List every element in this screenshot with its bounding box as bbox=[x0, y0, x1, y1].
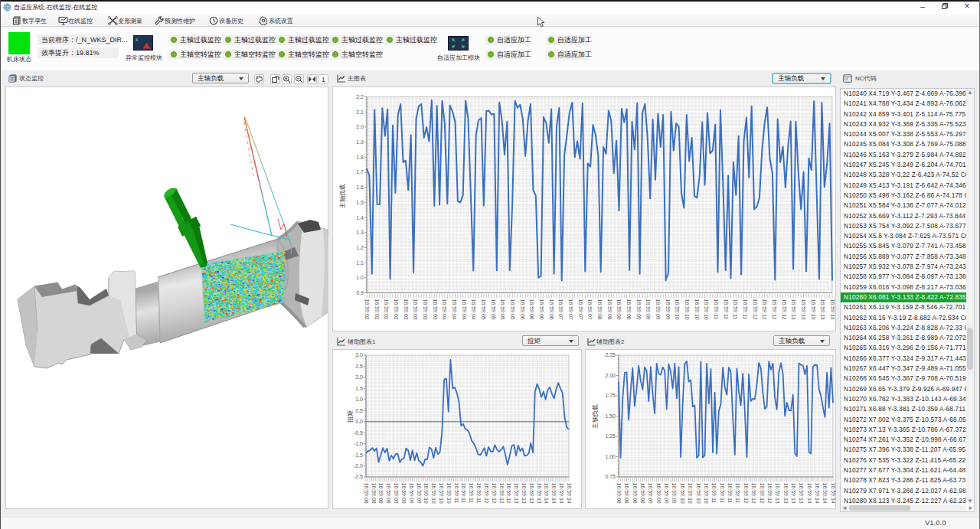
svg-text:16:59:03: 16:59:03 bbox=[413, 299, 418, 320]
svg-text:16:59:09: 16:59:09 bbox=[416, 483, 422, 504]
svg-text:2.25: 2.25 bbox=[605, 352, 616, 358]
svg-text:16:59:02: 16:59:02 bbox=[394, 299, 399, 320]
svg-text:16:59:14: 16:59:14 bbox=[551, 483, 557, 504]
svg-text:1.4: 1.4 bbox=[356, 215, 364, 220]
svg-text:16:59:13: 16:59:13 bbox=[521, 483, 527, 504]
svg-text:16:59:11: 16:59:11 bbox=[727, 483, 733, 504]
svg-text:16:59:11: 16:59:11 bbox=[733, 299, 738, 320]
svg-text:16:59:06: 16:59:06 bbox=[520, 299, 525, 320]
svg-text:16:59:08: 16:59:08 bbox=[626, 299, 632, 320]
svg-text:16:59:12: 16:59:12 bbox=[506, 483, 511, 504]
svg-text:16:59:11: 16:59:11 bbox=[724, 299, 729, 320]
svg-text:16:59:10: 16:59:10 bbox=[431, 483, 436, 504]
svg-text:16:59:04: 16:59:04 bbox=[452, 299, 457, 320]
svg-text:2.00: 2.00 bbox=[605, 373, 616, 378]
svg-text:16:59:10: 16:59:10 bbox=[684, 299, 690, 320]
svg-text:16:59:13: 16:59:13 bbox=[801, 299, 806, 320]
svg-text:1.9: 1.9 bbox=[356, 139, 364, 145]
svg-text:16:59:08: 16:59:08 bbox=[640, 483, 645, 504]
svg-text:1.5: 1.5 bbox=[356, 200, 364, 205]
svg-text:16:59:10: 16:59:10 bbox=[446, 483, 452, 504]
svg-text:16:59:03: 16:59:03 bbox=[423, 299, 428, 320]
svg-text:16:59:10: 16:59:10 bbox=[696, 483, 701, 504]
svg-text:16:59:09: 16:59:09 bbox=[636, 299, 642, 320]
svg-text:16:59:10: 16:59:10 bbox=[688, 483, 693, 504]
svg-text:2.1: 2.1 bbox=[356, 109, 364, 115]
svg-text:16:59:09: 16:59:09 bbox=[665, 299, 671, 320]
svg-text:16:59:09: 16:59:09 bbox=[671, 483, 677, 504]
svg-text:16:59:09: 16:59:09 bbox=[401, 483, 407, 504]
svg-text:0.75: 0.75 bbox=[605, 474, 616, 479]
svg-text:16:59:14: 16:59:14 bbox=[567, 483, 572, 504]
svg-text:1.25: 1.25 bbox=[605, 433, 616, 439]
svg-text:16:59:08: 16:59:08 bbox=[632, 483, 638, 504]
svg-text:16:59:13: 16:59:13 bbox=[514, 483, 519, 504]
svg-text:1.75: 1.75 bbox=[605, 393, 616, 398]
svg-text:16:59:09: 16:59:09 bbox=[645, 299, 651, 320]
svg-text:16:59:02: 16:59:02 bbox=[364, 299, 370, 320]
svg-text:16:59:11: 16:59:11 bbox=[743, 299, 748, 320]
svg-text:1.5: 1.5 bbox=[355, 386, 363, 391]
svg-text:1.8: 1.8 bbox=[356, 155, 364, 160]
svg-text:主轴负载: 主轴负载 bbox=[592, 404, 599, 429]
svg-text:16:59:08: 16:59:08 bbox=[364, 483, 369, 504]
svg-text:-0.5: -0.5 bbox=[354, 430, 363, 436]
svg-text:扭矩: 扭矩 bbox=[347, 410, 354, 423]
svg-text:16:59:13: 16:59:13 bbox=[811, 299, 816, 320]
svg-text:主轴负载: 主轴负载 bbox=[339, 184, 346, 209]
svg-text:16:59:04: 16:59:04 bbox=[462, 299, 467, 320]
svg-text:16:59:08: 16:59:08 bbox=[607, 299, 612, 320]
svg-text:1.2: 1.2 bbox=[356, 245, 364, 250]
svg-text:16:59:11: 16:59:11 bbox=[476, 483, 482, 504]
svg-text:16:59:07: 16:59:07 bbox=[587, 299, 593, 320]
svg-text:16:59:13: 16:59:13 bbox=[537, 483, 542, 504]
svg-text:16:59:12: 16:59:12 bbox=[492, 483, 497, 504]
svg-text:1.1: 1.1 bbox=[356, 260, 364, 266]
svg-text:16:59:10: 16:59:10 bbox=[704, 483, 709, 504]
svg-text:16:59:09: 16:59:09 bbox=[664, 483, 669, 504]
svg-text:16:59:12: 16:59:12 bbox=[499, 483, 505, 504]
svg-text:16:59:05: 16:59:05 bbox=[481, 299, 486, 320]
svg-text:16:59:02: 16:59:02 bbox=[384, 299, 389, 320]
svg-text:16:59:11: 16:59:11 bbox=[469, 483, 474, 504]
svg-text:16:59:12: 16:59:12 bbox=[751, 483, 756, 504]
svg-text:16:59:13: 16:59:13 bbox=[820, 299, 825, 320]
svg-text:16:59:13: 16:59:13 bbox=[783, 483, 789, 504]
svg-text:1.00: 1.00 bbox=[605, 454, 616, 459]
svg-text:16:59:11: 16:59:11 bbox=[711, 483, 717, 504]
svg-text:16:59:03: 16:59:03 bbox=[403, 299, 409, 320]
svg-text:16:59:12: 16:59:12 bbox=[760, 483, 765, 504]
svg-text:-2.0: -2.0 bbox=[354, 463, 363, 469]
svg-text:16:59:14: 16:59:14 bbox=[815, 483, 820, 504]
svg-text:16:59:12: 16:59:12 bbox=[782, 299, 787, 320]
svg-text:16:59:12: 16:59:12 bbox=[772, 299, 777, 320]
svg-text:16:59:09: 16:59:09 bbox=[655, 299, 661, 320]
svg-text:16:59:07: 16:59:07 bbox=[558, 299, 564, 320]
svg-text:16:59:08: 16:59:08 bbox=[616, 299, 622, 320]
svg-text:-2.5: -2.5 bbox=[354, 474, 363, 479]
svg-text:16:59:05: 16:59:05 bbox=[500, 299, 505, 320]
svg-text:16:59:08: 16:59:08 bbox=[378, 483, 384, 504]
svg-text:16:59:04: 16:59:04 bbox=[442, 299, 447, 320]
svg-text:1.3: 1.3 bbox=[356, 230, 364, 235]
svg-text:16:59:09: 16:59:09 bbox=[656, 483, 662, 504]
svg-text:16:59:02: 16:59:02 bbox=[374, 299, 380, 320]
svg-text:16:59:10: 16:59:10 bbox=[423, 483, 429, 504]
svg-text:16:59:09: 16:59:09 bbox=[648, 483, 653, 504]
svg-text:1.0: 1.0 bbox=[355, 397, 363, 402]
svg-text:16:59:10: 16:59:10 bbox=[694, 299, 700, 320]
svg-text:16:59:08: 16:59:08 bbox=[616, 483, 622, 504]
svg-text:1.7: 1.7 bbox=[356, 169, 364, 175]
svg-text:16:59:14: 16:59:14 bbox=[830, 299, 835, 320]
svg-text:16:59:08: 16:59:08 bbox=[371, 483, 377, 504]
svg-text:16:59:12: 16:59:12 bbox=[743, 483, 749, 504]
svg-text:16:59:12: 16:59:12 bbox=[762, 299, 767, 320]
svg-text:-1.5: -1.5 bbox=[354, 452, 363, 458]
svg-text:2.5: 2.5 bbox=[355, 364, 363, 369]
svg-text:16:59:13: 16:59:13 bbox=[775, 483, 780, 504]
svg-text:16:59:14: 16:59:14 bbox=[822, 483, 828, 504]
svg-text:-1.0: -1.0 bbox=[354, 441, 363, 446]
svg-text:16:59:06: 16:59:06 bbox=[549, 299, 554, 320]
svg-text:16:59:06: 16:59:06 bbox=[539, 299, 544, 320]
svg-text:16:59:13: 16:59:13 bbox=[529, 483, 534, 504]
